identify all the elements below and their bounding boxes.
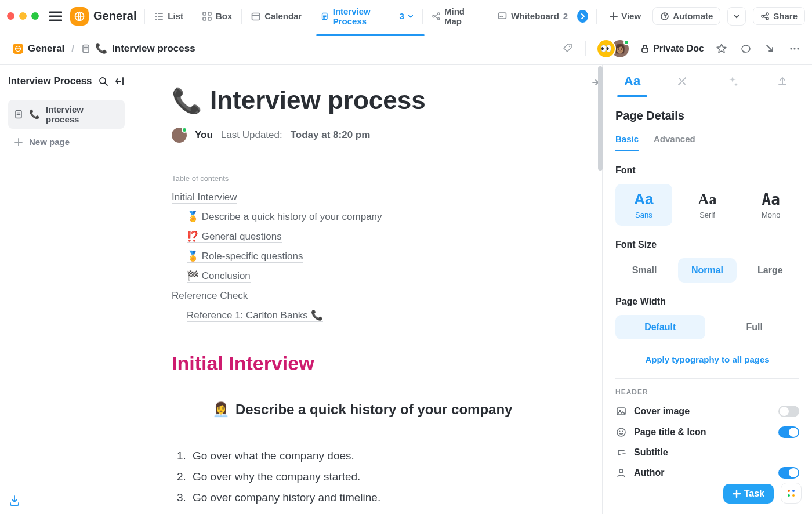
panel-tab-ai[interactable] xyxy=(708,65,757,97)
new-task-button[interactable]: Task xyxy=(723,484,774,504)
menu-icon[interactable] xyxy=(49,11,62,21)
view-count: 3 xyxy=(400,11,404,21)
svg-point-29 xyxy=(619,469,623,473)
panel-tab-typography[interactable]: Aa xyxy=(607,65,657,97)
list-item[interactable]: Go over company history and timeline. xyxy=(189,487,568,508)
divider xyxy=(144,9,145,24)
space-chip[interactable]: General xyxy=(70,7,136,26)
font-option-sans[interactable]: Aa Sans xyxy=(615,184,672,226)
toc-link[interactable]: 🏅 Role-specific questions xyxy=(187,251,303,263)
apps-button[interactable] xyxy=(781,483,802,504)
scrollbar[interactable] xyxy=(598,66,603,171)
share-button[interactable]: Share xyxy=(753,7,805,25)
apply-typography-link[interactable]: Apply typography to all pages xyxy=(615,354,799,364)
doc-area: 📞 Interview process You Last Updated: To… xyxy=(131,65,602,514)
breadcrumb: General / 📞 Interview process xyxy=(13,42,195,55)
add-view-button[interactable]: View xyxy=(605,8,646,24)
page-title[interactable]: 📞 Interview process xyxy=(172,86,568,115)
row-label: Cover image xyxy=(634,406,690,417)
section-heading[interactable]: Initial Interview xyxy=(172,352,568,375)
star-icon[interactable] xyxy=(715,42,728,56)
fontsize-small[interactable]: Small xyxy=(615,258,673,283)
divider xyxy=(615,378,799,379)
close-window-icon[interactable] xyxy=(7,12,14,20)
font-label: Font xyxy=(615,165,799,176)
privacy-indicator[interactable]: Private Doc xyxy=(640,44,704,54)
toc-link[interactable]: 🏅 Describe a quick history of your compa… xyxy=(187,211,382,223)
breadcrumb-phone-emoji: 📞 xyxy=(95,42,107,55)
search-icon[interactable] xyxy=(98,76,108,86)
toggle-cover-image[interactable] xyxy=(778,406,799,417)
svg-rect-24 xyxy=(617,408,625,415)
title-emoji: 📞 xyxy=(172,86,202,115)
header-section-label: HEADER xyxy=(615,388,799,396)
tag-icon[interactable] xyxy=(561,42,575,56)
list-item[interactable]: Go over what the company does. xyxy=(189,446,568,466)
toc-link[interactable]: Initial Interview xyxy=(172,191,237,204)
svg-rect-2 xyxy=(208,12,211,15)
automate-label: Automate xyxy=(673,11,713,21)
plus-icon xyxy=(14,137,23,147)
font-option-mono[interactable]: Aa Mono xyxy=(742,184,799,226)
topbar: General List Box Calendar Interview Proc… xyxy=(0,0,812,32)
comment-icon[interactable] xyxy=(739,42,753,56)
avatar-stack[interactable]: 👀 👩🏽 xyxy=(596,39,630,59)
sidebar-item-label: New page xyxy=(29,137,70,147)
toggle-author[interactable] xyxy=(778,467,799,479)
divider xyxy=(488,9,488,24)
subtab-advanced[interactable]: Advanced xyxy=(654,134,695,151)
automate-dropdown[interactable] xyxy=(727,7,746,26)
more-icon[interactable] xyxy=(788,42,802,56)
pagewidth-options: Default Full xyxy=(615,315,799,339)
row-label: Author xyxy=(634,468,664,478)
pagewidth-default[interactable]: Default xyxy=(615,315,705,339)
fontsize-normal[interactable]: Normal xyxy=(678,258,736,283)
collapse-sidebar-icon[interactable] xyxy=(114,76,125,86)
font-option-serif[interactable]: Aa Serif xyxy=(679,184,736,226)
svg-point-31 xyxy=(792,490,795,492)
sidebar-item-new-page[interactable]: New page xyxy=(8,132,125,151)
minimize-window-icon[interactable] xyxy=(19,12,27,20)
view-tab-whiteboard[interactable]: Whiteboard 2 xyxy=(496,11,569,21)
subsection-heading[interactable]: 👩‍💼 Describe a quick history of your com… xyxy=(172,385,568,441)
toc-link[interactable]: ⁉️ General questions xyxy=(187,231,282,243)
row-subtitle: Subtitle xyxy=(615,447,799,458)
font-sample: Aa xyxy=(698,191,717,208)
list-item[interactable]: Go over why the company started. xyxy=(189,466,568,487)
toc-link[interactable]: 🏁 Conclusion xyxy=(187,270,251,283)
view-tab-calendar[interactable]: Calendar xyxy=(250,11,303,21)
space-icon xyxy=(13,44,23,54)
download-icon[interactable] xyxy=(763,42,777,56)
breadcrumb-doc[interactable]: Interview process xyxy=(112,43,195,55)
fontsize-large[interactable]: Large xyxy=(741,258,799,283)
svg-point-19 xyxy=(790,48,792,49)
view-tab-interview-process[interactable]: Interview Process 3 xyxy=(320,6,414,26)
smile-icon xyxy=(615,427,627,437)
toggle-title-icon[interactable] xyxy=(778,426,799,438)
subtab-basic[interactable]: Basic xyxy=(615,134,639,151)
sidebar-item-interview-process[interactable]: 📞 Interview process xyxy=(8,100,125,129)
subtitle-icon xyxy=(615,447,627,458)
next-views-button[interactable] xyxy=(577,10,588,23)
view-label: Interview Process xyxy=(333,6,396,26)
heading-emoji: 👩‍💼 xyxy=(212,401,230,418)
panel-tab-export[interactable] xyxy=(757,65,807,97)
maximize-window-icon[interactable] xyxy=(31,12,39,20)
toc-link[interactable]: Reference Check xyxy=(172,290,248,302)
numbered-list[interactable]: Go over what the company does. Go over w… xyxy=(172,446,568,508)
pagewidth-full[interactable]: Full xyxy=(710,315,800,339)
toc-label: Table of contents xyxy=(172,174,568,183)
breadcrumb-space[interactable]: General xyxy=(28,43,64,55)
list-icon xyxy=(154,12,164,21)
view-tab-mindmap[interactable]: Mind Map xyxy=(431,6,480,26)
svg-point-9 xyxy=(438,17,440,19)
panel-tabs: Aa xyxy=(603,65,812,97)
automate-button[interactable]: Automate xyxy=(652,7,720,25)
toc-link[interactable]: Reference 1: Carlton Banks 📞 xyxy=(187,310,323,322)
import-icon[interactable] xyxy=(8,494,125,507)
view-tab-list[interactable]: List xyxy=(153,11,184,21)
doc-icon xyxy=(81,44,90,53)
font-sample: Aa xyxy=(634,190,653,208)
panel-tab-relations[interactable] xyxy=(657,65,707,97)
view-tab-box[interactable]: Box xyxy=(201,11,233,21)
